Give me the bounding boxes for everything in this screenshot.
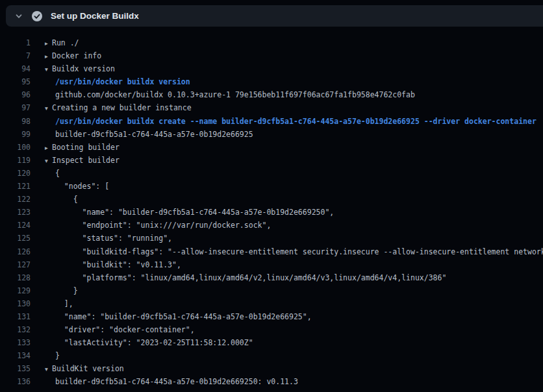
log-line: 127 "buildkit": "v0.11.3", bbox=[0, 258, 543, 271]
line-text: "driver": "docker-container", bbox=[55, 323, 195, 336]
line-text: "lastActivity": "2023-02-25T11:58:12.000… bbox=[55, 336, 253, 349]
log-line: 136 builder-d9cfb5a1-c764-445a-a57e-0b19… bbox=[0, 375, 543, 388]
line-number[interactable]: 135 bbox=[0, 362, 31, 375]
log-line: 100 ▸Booting builder bbox=[0, 141, 543, 154]
line-text: /usr/bin/docker buildx version bbox=[55, 75, 190, 88]
line-text: } bbox=[55, 284, 78, 297]
log-line: 124 "endpoint": "unix:///var/run/docker.… bbox=[0, 219, 543, 232]
line-number[interactable]: 125 bbox=[0, 232, 31, 245]
line-text: "name": "builder-d9cfb5a1-c764-445a-a57e… bbox=[55, 310, 312, 323]
line-number[interactable]: 122 bbox=[0, 193, 31, 206]
line-text: builder-d9cfb5a1-c764-445a-a57e-0b19d2e6… bbox=[55, 128, 253, 141]
line-text: "buildkit": "v0.11.3", bbox=[55, 258, 181, 271]
group-title[interactable]: Run ./ bbox=[52, 38, 79, 47]
line-text: "nodes": [ bbox=[55, 180, 109, 193]
line-number[interactable]: 98 bbox=[0, 115, 31, 128]
log-line: 98 /usr/bin/docker buildx create --name … bbox=[0, 115, 543, 128]
line-text: "name": "builder-d9cfb5a1-c764-445a-a57e… bbox=[55, 206, 334, 219]
line-number[interactable]: 131 bbox=[0, 310, 31, 323]
log-line: 125 "status": "running", bbox=[0, 232, 543, 245]
group-title[interactable]: Inspect builder bbox=[52, 156, 120, 165]
triangle-collapsed-icon[interactable]: ▸ bbox=[45, 37, 52, 50]
log-line: 97 ▾Creating a new builder instance bbox=[0, 101, 543, 114]
line-number[interactable]: 123 bbox=[0, 206, 31, 219]
log-line: 134 } bbox=[0, 349, 543, 362]
line-text: builder-d9cfb5a1-c764-445a-a57e-0b19d2e6… bbox=[55, 375, 298, 388]
triangle-expanded-icon[interactable]: ▾ bbox=[45, 63, 52, 76]
log-line: 94 ▾Buildx version bbox=[0, 62, 543, 75]
log-line: 122 { bbox=[0, 193, 543, 206]
line-number[interactable]: 133 bbox=[0, 336, 31, 349]
line-number[interactable]: 95 bbox=[0, 75, 31, 88]
line-text: /usr/bin/docker buildx create --name bui… bbox=[55, 115, 537, 128]
check-circle-icon bbox=[31, 10, 43, 22]
line-number[interactable]: 94 bbox=[0, 62, 31, 75]
line-text[interactable]: ▸Docker info bbox=[45, 49, 101, 62]
chevron-down-icon[interactable] bbox=[14, 11, 24, 21]
log-line: 120 { bbox=[0, 167, 543, 180]
log-line: 121 "nodes": [ bbox=[0, 180, 543, 193]
log-line: 1 ▸Run ./ bbox=[0, 36, 543, 49]
line-number[interactable]: 130 bbox=[0, 297, 31, 310]
line-number[interactable]: 7 bbox=[0, 49, 31, 62]
line-number[interactable]: 121 bbox=[0, 180, 31, 193]
line-text: { bbox=[55, 193, 78, 206]
triangle-expanded-icon[interactable]: ▾ bbox=[45, 102, 52, 115]
line-number[interactable]: 126 bbox=[0, 245, 31, 258]
group-title[interactable]: Buildx version bbox=[52, 64, 115, 73]
log-line: 95 /usr/bin/docker buildx version bbox=[0, 75, 543, 88]
line-number[interactable]: 120 bbox=[0, 167, 31, 180]
line-text: github.com/docker/buildx 0.10.3+azure-1 … bbox=[55, 88, 415, 101]
log-line: 130 ], bbox=[0, 297, 543, 310]
line-text[interactable]: ▸Booting builder bbox=[45, 141, 120, 154]
line-text: "status": "running", bbox=[55, 232, 172, 245]
line-number[interactable]: 96 bbox=[0, 88, 31, 101]
line-number[interactable]: 128 bbox=[0, 271, 31, 284]
line-text[interactable]: ▾Creating a new builder instance bbox=[45, 101, 192, 114]
group-title[interactable]: Creating a new builder instance bbox=[52, 103, 192, 112]
line-number[interactable]: 119 bbox=[0, 154, 31, 167]
log-line: 96 github.com/docker/buildx 0.10.3+azure… bbox=[0, 88, 543, 101]
line-text: "platforms": "linux/amd64,linux/amd64/v2… bbox=[55, 271, 446, 284]
line-text: ], bbox=[55, 297, 73, 310]
log-line: 133 "lastActivity": "2023-02-25T11:58:12… bbox=[0, 336, 543, 349]
group-title[interactable]: BuildKit version bbox=[52, 364, 124, 373]
triangle-collapsed-icon[interactable]: ▸ bbox=[45, 141, 52, 154]
line-number[interactable]: 132 bbox=[0, 323, 31, 336]
line-number[interactable]: 124 bbox=[0, 219, 31, 232]
line-number[interactable]: 134 bbox=[0, 349, 31, 362]
log-line: 119 ▾Inspect builder bbox=[0, 154, 543, 167]
step-header[interactable]: Set up Docker Buildx bbox=[6, 5, 543, 27]
log-line: 135 ▾BuildKit version bbox=[0, 362, 543, 375]
line-number[interactable]: 100 bbox=[0, 141, 31, 154]
line-text: "buildkitd-flags": "--allow-insecure-ent… bbox=[55, 245, 543, 258]
line-number[interactable]: 129 bbox=[0, 284, 31, 297]
line-text: "endpoint": "unix:///var/run/docker.sock… bbox=[55, 219, 271, 232]
line-text[interactable]: ▾Buildx version bbox=[45, 62, 115, 75]
log-line: 128 "platforms": "linux/amd64,linux/amd6… bbox=[0, 271, 543, 284]
log-line: 126 "buildkitd-flags": "--allow-insecure… bbox=[0, 245, 543, 258]
log-line: 7 ▸Docker info bbox=[0, 49, 543, 62]
log-line: 99 builder-d9cfb5a1-c764-445a-a57e-0b19d… bbox=[0, 128, 543, 141]
triangle-expanded-icon[interactable]: ▾ bbox=[45, 154, 52, 167]
log-line: 129 } bbox=[0, 284, 543, 297]
triangle-expanded-icon[interactable]: ▾ bbox=[45, 363, 52, 376]
log-line: 131 "name": "builder-d9cfb5a1-c764-445a-… bbox=[0, 310, 543, 323]
line-number[interactable]: 1 bbox=[0, 36, 31, 49]
line-text: { bbox=[55, 167, 60, 180]
line-text[interactable]: ▾Inspect builder bbox=[45, 154, 120, 167]
log-line: 123 "name": "builder-d9cfb5a1-c764-445a-… bbox=[0, 206, 543, 219]
log-viewer: 1 ▸Run ./ 7 ▸Docker info 94 ▾Buildx vers… bbox=[0, 36, 543, 389]
line-number[interactable]: 136 bbox=[0, 375, 31, 388]
line-text[interactable]: ▾BuildKit version bbox=[45, 362, 124, 375]
line-number[interactable]: 99 bbox=[0, 128, 31, 141]
log-line: 132 "driver": "docker-container", bbox=[0, 323, 543, 336]
line-text[interactable]: ▸Run ./ bbox=[45, 36, 79, 49]
triangle-collapsed-icon[interactable]: ▸ bbox=[45, 50, 52, 63]
group-title[interactable]: Booting builder bbox=[52, 143, 120, 152]
group-title[interactable]: Docker info bbox=[52, 51, 101, 60]
step-title: Set up Docker Buildx bbox=[51, 11, 139, 21]
line-text: } bbox=[55, 349, 60, 362]
line-number[interactable]: 97 bbox=[0, 101, 31, 114]
line-number[interactable]: 127 bbox=[0, 258, 31, 271]
